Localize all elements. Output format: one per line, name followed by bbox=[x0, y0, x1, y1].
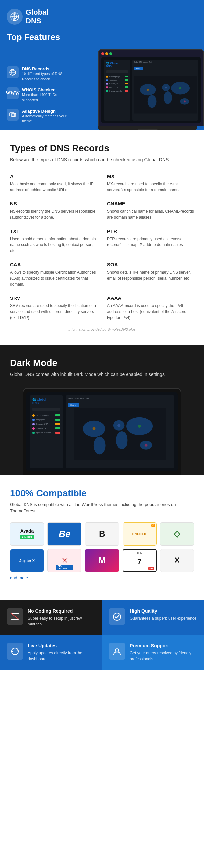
no-coding-text: No Coding Required Super easy to setup i… bbox=[28, 608, 95, 627]
feat-live-updates: Live Updates Apply updates directly from… bbox=[0, 635, 102, 670]
theme-7: THE 7 $39 bbox=[123, 549, 157, 572]
adaptive-icon bbox=[7, 108, 19, 121]
dns-section-subtitle: Below are the types of DNS records which… bbox=[10, 156, 194, 163]
laptop-screen-container: 🌐 GlobalDNS Cloud Springs Singapore bbox=[98, 49, 204, 126]
svg-point-15 bbox=[148, 95, 157, 108]
high-quality-text: High Quality Guarantees a superb user ex… bbox=[130, 608, 196, 621]
theme-enfold: ENFOLD ® bbox=[123, 523, 157, 546]
screen-row: Cloud Springs bbox=[106, 75, 129, 78]
theme-be: Be bbox=[47, 523, 81, 546]
live-updates-text: Live Updates Apply updates directly from… bbox=[28, 643, 95, 662]
dns-item-caa: CAA Allows to specify multiple Certifica… bbox=[10, 262, 97, 287]
svg-point-22 bbox=[179, 87, 181, 89]
dns-records-section: Types of DNS Records Below are the types… bbox=[0, 130, 204, 345]
logo-text: Global DNS bbox=[26, 8, 48, 26]
compat-section: 100% Compatible Global DNS is compatible… bbox=[0, 475, 204, 600]
svg-line-38 bbox=[11, 613, 19, 619]
dark-main-screen: Global DNS Lookup Tool Search bbox=[66, 395, 174, 468]
dark-mode-subtitle: Global DNS comes with inbuilt Dark Mode … bbox=[10, 371, 194, 378]
logo-row: Global DNS bbox=[7, 8, 197, 26]
laptop-screen: 🌐 GlobalDNS Cloud Springs Singapore bbox=[101, 57, 201, 123]
svg-point-21 bbox=[165, 87, 167, 89]
hero-section: Global DNS Top Features DNS Records bbox=[0, 0, 204, 130]
feat-no-coding: No Coding Required Super easy to setup i… bbox=[0, 600, 102, 635]
dns-records-text: DNS Records 10 different types of DNS Re… bbox=[22, 66, 73, 82]
feature-adaptive: Adaptive Design Automatically matches yo… bbox=[7, 108, 73, 124]
dns-item-aaaa: AAAA An AAAA-record is used to specify t… bbox=[107, 295, 194, 321]
dns-item-soa: SOA Shows details like name of primary D… bbox=[107, 262, 194, 287]
hero-content: DNS Records 10 different types of DNS Re… bbox=[7, 49, 197, 130]
svg-point-28 bbox=[116, 431, 128, 449]
dns-grid: A Most basic and commonly used, it shows… bbox=[10, 173, 194, 321]
dns-item-a: A Most basic and commonly used, it shows… bbox=[10, 173, 97, 193]
dns-records-icon bbox=[7, 66, 19, 78]
feature-dns-records: DNS Records 10 different types of DNS Re… bbox=[7, 66, 73, 82]
themes-grid: Avada ♥ 550k+ Be B ENFOLD ® ◇ Jupiter X … bbox=[10, 523, 194, 572]
theme-diamond: ◇ bbox=[160, 523, 194, 546]
whois-text: WHOIS Checker More than 1400 TLDs suppor… bbox=[22, 88, 73, 103]
screen-row: Singapore bbox=[106, 79, 129, 81]
whois-icon: WWW bbox=[7, 88, 19, 99]
hero-title: Top Features bbox=[7, 32, 197, 42]
svg-point-31 bbox=[93, 427, 96, 430]
live-updates-icon bbox=[7, 643, 23, 660]
svg-point-33 bbox=[138, 425, 141, 428]
theme-x-black: ✕ bbox=[160, 549, 194, 572]
theme-m: M bbox=[85, 549, 119, 572]
info-note: Information provided by SimplesDNS.plus bbox=[10, 327, 194, 331]
dns-item-srv: SRV SRV-records are used to specify the … bbox=[10, 295, 97, 321]
svg-point-17 bbox=[164, 91, 172, 104]
dns-item-cname: CNAME Shows canonical name for alias. CN… bbox=[107, 201, 194, 220]
svg-point-26 bbox=[94, 436, 106, 454]
feat-high-quality: High Quality Guarantees a superb user ex… bbox=[102, 600, 204, 635]
adaptive-text: Adaptive Design Automatically matches yo… bbox=[22, 108, 73, 124]
dns-item-ptr: PTR PTR-records are primarily used as 'r… bbox=[107, 228, 194, 254]
theme-avada: Avada ♥ 550k+ bbox=[10, 523, 44, 546]
svg-point-32 bbox=[117, 424, 120, 427]
screen-row: Geneva, USA bbox=[106, 83, 129, 85]
screen-row: Sydney, Australia bbox=[106, 90, 129, 92]
screen-main: Global DNS Lookup Tool Search bbox=[133, 60, 198, 121]
feature-whois: WWW WHOIS Checker More than 1400 TLDs su… bbox=[7, 88, 73, 103]
screen-row: London, UK bbox=[106, 87, 129, 89]
dns-item-ns: NS NS-records identify the DNS servers r… bbox=[10, 201, 97, 220]
svg-point-34 bbox=[145, 444, 148, 446]
dark-sidebar: 🌐 GlobalDNS Cloud Springs Singapore bbox=[30, 395, 63, 468]
dark-laptop: 🌐 GlobalDNS Cloud Springs Singapore bbox=[23, 388, 181, 475]
feat-premium-support: Premium Support Get your query resolved … bbox=[102, 635, 204, 670]
premium-support-icon bbox=[109, 643, 125, 660]
dns-section-title: Types of DNS Records bbox=[10, 143, 194, 154]
features-list: DNS Records 10 different types of DNS Re… bbox=[7, 66, 73, 129]
svg-point-39 bbox=[113, 613, 121, 620]
theme-jupiter: Jupiter X bbox=[10, 549, 44, 572]
dark-logo: 🌐 GlobalDNS bbox=[32, 398, 60, 404]
dark-screen: 🌐 GlobalDNS Cloud Springs Singapore bbox=[27, 392, 177, 471]
compat-subtitle: Global DNS is compatible with all the Wo… bbox=[10, 501, 194, 514]
no-coding-icon bbox=[7, 608, 23, 625]
compat-title: 100% Compatible bbox=[10, 488, 194, 499]
premium-support-text: Premium Support Get your query resolved … bbox=[130, 643, 197, 662]
theme-b: B bbox=[85, 523, 119, 546]
svg-marker-41 bbox=[11, 651, 13, 653]
svg-rect-11 bbox=[11, 113, 15, 116]
logo-icon bbox=[7, 9, 23, 25]
screen-sidebar: 🌐 GlobalDNS Cloud Springs Singapore bbox=[104, 60, 131, 121]
svg-point-20 bbox=[147, 89, 149, 91]
and-more: and more... bbox=[10, 576, 194, 581]
svg-point-42 bbox=[115, 649, 118, 652]
dark-mode-title: Dark Mode bbox=[10, 358, 194, 368]
hero-laptop-mockup: 🌐 GlobalDNS Cloud Springs Singapore bbox=[76, 49, 197, 130]
screen-logo: 🌐 GlobalDNS bbox=[106, 62, 129, 68]
svg-marker-40 bbox=[16, 650, 18, 651]
theme-x-red: ✕ ✕ BIG UPDATE bbox=[47, 549, 81, 572]
dns-item-txt: TXT Used to hold general information abo… bbox=[10, 228, 97, 254]
features-bottom: No Coding Required Super easy to setup i… bbox=[0, 600, 204, 670]
svg-point-23 bbox=[184, 100, 186, 102]
high-quality-icon bbox=[109, 608, 125, 625]
dns-item-mx: MX MX-records are used to specify the e-… bbox=[107, 173, 194, 193]
screen-search-bar bbox=[106, 70, 129, 73]
dark-mode-section: Dark Mode Global DNS comes with inbuilt … bbox=[0, 345, 204, 475]
